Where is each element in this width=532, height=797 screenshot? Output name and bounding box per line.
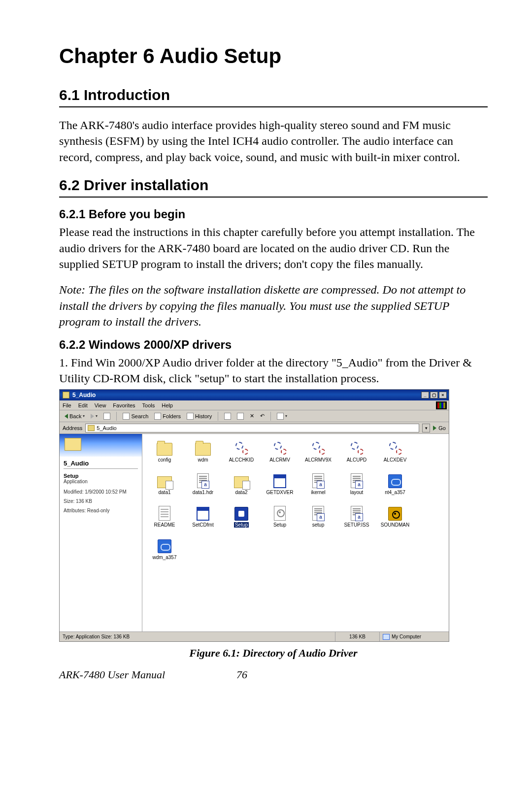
file-label: ALCXDEV <box>384 457 407 463</box>
arrow-left-icon <box>65 414 68 419</box>
file-item[interactable]: layout <box>337 471 376 495</box>
file-item[interactable]: ALCRMV9X <box>299 439 337 463</box>
file-item[interactable]: ikernel <box>299 471 337 495</box>
figure-caption: Figure 6.1: Directory of Audio Driver <box>59 647 488 660</box>
search-icon <box>123 413 130 420</box>
file-grid: config wdm ALCCHKID ALCRMV ALCRMV9X ALCU… <box>142 434 449 631</box>
back-button[interactable]: Back ▾ <box>63 413 87 419</box>
system-file-icon <box>311 441 325 456</box>
file-label: data2 <box>235 490 247 495</box>
minimize-button[interactable]: _ <box>421 392 429 398</box>
exe-file-icon <box>273 477 286 488</box>
close-button[interactable]: × <box>439 392 447 398</box>
file-label: wdm <box>198 457 208 463</box>
section-6-1-body: The ARK-7480's audio interface provides … <box>59 117 488 165</box>
subsection-6-2-2-heading: 6.2.2 Windows 2000/XP drivers <box>59 338 488 352</box>
file-item[interactable]: nt4_a357 <box>376 471 414 495</box>
footer-page-number: 76 <box>236 668 247 681</box>
subsection-6-2-2-body: 1. Find Win 2000/XP Audio driver folder … <box>59 355 488 387</box>
setup-exe-icon <box>234 507 248 521</box>
my-computer-icon <box>383 634 390 640</box>
cab-file-icon <box>157 476 172 488</box>
back-label: Back <box>69 413 81 419</box>
system-file-icon <box>350 441 364 456</box>
menu-favorites[interactable]: Favorites <box>113 402 135 408</box>
history-button[interactable]: History <box>185 413 214 420</box>
window-title: 5_Audio <box>72 392 96 398</box>
search-label: Search <box>131 413 148 419</box>
file-item[interactable]: SOUNDMAN <box>376 504 414 528</box>
statusbar-location: My Computer <box>380 632 449 641</box>
menu-help[interactable]: Help <box>162 402 173 408</box>
file-label: Setup <box>234 522 249 528</box>
menu-edit[interactable]: Edit <box>78 402 88 408</box>
address-dropdown-button[interactable]: ▾ <box>422 424 430 432</box>
menu-view[interactable]: View <box>95 402 106 408</box>
left-pane-setup-name: Setup <box>64 473 138 479</box>
file-label: data1 <box>158 490 170 495</box>
file-item[interactable]: SETUP.ISS <box>337 504 376 528</box>
file-item[interactable]: ALCCHKID <box>222 439 261 463</box>
ex-file-icon <box>312 473 324 488</box>
file-item[interactable]: GETDXVER <box>261 471 299 495</box>
windows-logo-icon <box>436 401 447 409</box>
file-label: SOUNDMAN <box>381 522 409 528</box>
file-item[interactable]: ALCRMV <box>261 439 299 463</box>
file-label: data1.hdr <box>193 490 213 495</box>
folders-button[interactable]: Folders <box>152 413 183 420</box>
file-item[interactable]: data1 <box>145 471 184 495</box>
folders-label: Folders <box>163 413 181 419</box>
file-label: README <box>154 522 175 528</box>
section-6-2-heading: 6.2 Driver installation <box>59 177 488 198</box>
folder-icon <box>88 425 95 431</box>
file-label: config <box>158 457 171 463</box>
views-icon <box>277 413 284 420</box>
file-item[interactable]: ALCUPD <box>337 439 376 463</box>
move-to-icon <box>224 413 231 420</box>
folder-large-icon <box>65 438 81 451</box>
chevron-down-icon: ▾ <box>83 414 85 418</box>
folders-icon <box>154 413 161 420</box>
delete-button[interactable]: ✕ <box>248 413 256 419</box>
go-button[interactable]: Go <box>433 425 446 431</box>
views-button[interactable]: ▾ <box>275 413 289 420</box>
search-button[interactable]: Search <box>121 413 150 420</box>
undo-button[interactable]: ↶ <box>258 413 266 419</box>
folder-icon <box>157 443 172 456</box>
file-item[interactable]: wdm <box>184 439 222 463</box>
addressbar: Address 5_Audio ▾ Go <box>60 422 449 434</box>
left-pane-modified: Modified: 1/9/2000 10:52 PM <box>64 489 138 495</box>
file-item-selected[interactable]: Setup <box>222 504 261 528</box>
file-item[interactable]: data2 <box>222 471 261 495</box>
menu-file[interactable]: File <box>63 402 71 408</box>
copy-to-icon <box>237 413 244 420</box>
forward-button[interactable]: ▾ <box>89 414 100 419</box>
file-item[interactable]: README <box>145 504 184 528</box>
file-label: SetCDfmt <box>192 522 213 528</box>
history-label: History <box>195 413 212 419</box>
ini-file-icon <box>274 506 286 521</box>
file-label: ALCCHKID <box>229 457 254 463</box>
bin-file-icon <box>351 473 363 488</box>
subsection-6-2-1-note: Note: The files on the software installa… <box>59 282 488 330</box>
maximize-button[interactable]: ▢ <box>430 392 438 398</box>
copy-to-button[interactable] <box>235 413 246 420</box>
hdr-file-icon <box>197 473 209 488</box>
file-item[interactable]: ALCXDEV <box>376 439 414 463</box>
inx-file-icon <box>312 506 324 521</box>
file-item[interactable]: data1.hdr <box>184 471 222 495</box>
file-item[interactable]: config <box>145 439 184 463</box>
file-item[interactable]: setup <box>299 504 337 528</box>
up-button[interactable] <box>101 413 112 420</box>
file-label: nt4_a357 <box>385 490 405 495</box>
left-pane-title: 5_Audio <box>64 460 138 469</box>
file-label: Setup <box>273 522 286 528</box>
file-item[interactable]: wdm_a357 <box>145 536 184 560</box>
file-item[interactable]: Setup <box>261 504 299 528</box>
move-to-button[interactable] <box>222 413 233 420</box>
file-item[interactable]: SetCDfmt <box>184 504 222 528</box>
address-field[interactable]: 5_Audio <box>85 424 419 432</box>
subsection-6-2-1-heading: 6.2.1 Before you begin <box>59 207 488 221</box>
menu-tools[interactable]: Tools <box>142 402 155 408</box>
explorer-window: 5_Audio _ ▢ × File Edit View Favorites T… <box>59 389 449 642</box>
